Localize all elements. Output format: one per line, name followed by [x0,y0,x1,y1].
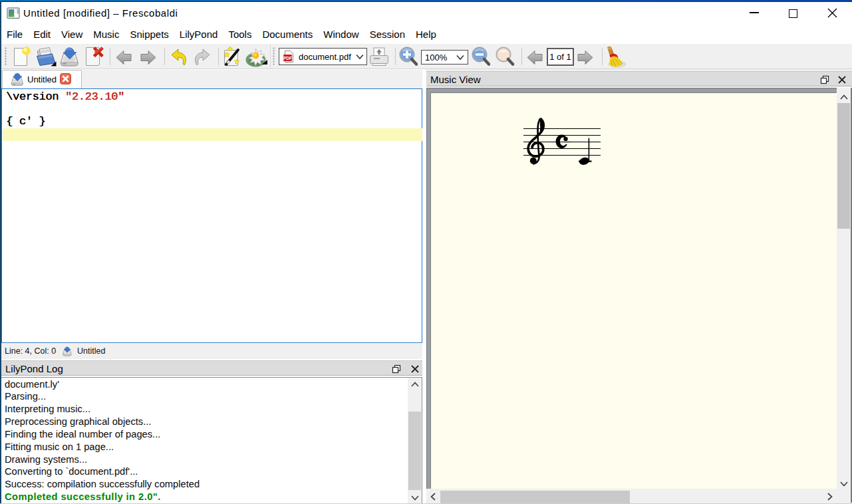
svg-text:PDF: PDF [283,56,292,61]
